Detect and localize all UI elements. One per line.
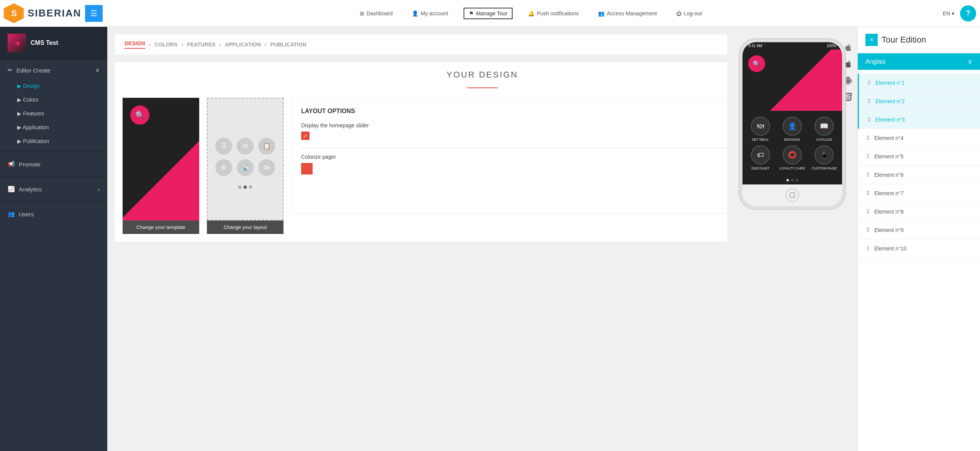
tour-element-7[interactable]: ⇕ Element n°7 [858, 184, 980, 202]
phone-app-logo: 🔍 [748, 55, 765, 72]
sidebar-divider-1 [0, 151, 107, 152]
phone-dot-1 [787, 179, 789, 181]
push-notifications-link[interactable]: 🔔 Push notifications [524, 8, 583, 18]
phone-app-custom: 📱 CUSTOM PAGE [810, 145, 838, 170]
tour-lang-chevron-icon: ∨ [968, 58, 972, 65]
tour-element-4[interactable]: ⇕ Element n°4 [858, 129, 980, 147]
change-layout-button[interactable]: Change your layout [207, 221, 284, 234]
application-arrow-icon: ▶ [17, 124, 23, 130]
slider-checkbox[interactable]: ✓ [301, 132, 310, 140]
sort-icon-10: ⇕ [865, 245, 870, 252]
nav-right: EN ▾ ? [943, 5, 976, 21]
tour-element-10[interactable]: ⇕ Element n°10 [858, 239, 980, 258]
breadcrumb-publication[interactable]: PUBLICATION [270, 41, 307, 48]
change-template-button[interactable]: Change your template [123, 221, 199, 234]
arrow-icon: ▶ [17, 83, 23, 89]
phone-time: 9:41 AM [748, 44, 762, 48]
tour-element-6[interactable]: ⇕ Element n°6 [858, 166, 980, 184]
sidebar-item-design[interactable]: ▶ Design [0, 79, 107, 93]
chevron-down-icon: ∨ [95, 67, 100, 74]
logout-icon: ⏻ [676, 10, 682, 16]
sidebar-section-analytics: 📈 Analytics › [0, 178, 107, 200]
tour-header: × Tour Edition [858, 27, 980, 53]
app-icon [8, 34, 26, 52]
tour-element-2[interactable]: ⇕ Element n°2 [858, 92, 980, 110]
phone-app-label-catalog: CATALOG [816, 138, 832, 142]
users-sidebar-icon: 👥 [8, 211, 15, 217]
html5-icon[interactable] [843, 92, 854, 102]
breadcrumb-sep-2: › [181, 41, 183, 48]
android-icon[interactable] [843, 75, 854, 86]
language-selector[interactable]: EN ▾ [943, 10, 954, 16]
pager-color-picker[interactable] [301, 163, 313, 174]
sidebar-app-header: CMS Test [0, 27, 107, 59]
template-preview: 🔍 [123, 98, 199, 221]
tour-element-9[interactable]: ⇕ Element n°9 [858, 221, 980, 239]
manage-tour-link[interactable]: ⚑ Manage Tour [464, 8, 513, 19]
breadcrumb-features[interactable]: FEATURES [187, 41, 215, 48]
sidebar-section-users: 👥 Users [0, 203, 107, 225]
phone-app-discount: 🏷 DISCOUNT [746, 145, 774, 170]
tour-element-8[interactable]: ⇕ Element n°8 [858, 202, 980, 221]
sort-icon-9: ⇕ [865, 226, 870, 234]
features-arrow-icon: ▶ [17, 110, 23, 117]
phone-preview-area: 9:41 AM 100% 🔍 🍽 SET MEAL 👤 BOOKING 📖 CA… [727, 27, 857, 451]
my-account-link[interactable]: 👤 My account [408, 8, 452, 18]
breadcrumb-application[interactable]: APPLICATION [225, 41, 261, 48]
tour-icon: ⚑ [469, 10, 474, 16]
breadcrumb-sep-4: › [265, 41, 267, 48]
layout-dots [238, 186, 252, 189]
layout-icon-3: 📋 [258, 138, 275, 155]
phone-battery: 100% [826, 44, 836, 48]
sidebar-item-editor-create[interactable]: ✏ Editor Create ∨ [0, 61, 107, 79]
phone-frame: 9:41 AM 100% 🔍 🍽 SET MEAL 👤 BOOKING 📖 CA… [742, 42, 842, 206]
layout-dot-2 [244, 186, 247, 189]
phone-app-label-set-meal: SET MEAL [752, 138, 769, 142]
sidebar: CMS Test ✏ Editor Create ∨ ▶ Design ▶ Co… [0, 27, 107, 451]
phone-app-circle-booking: 👤 [783, 117, 802, 136]
sort-icon-6: ⇕ [865, 171, 870, 178]
phone-app-catalog: 📖 CATALOG [810, 117, 838, 142]
sidebar-item-promote[interactable]: 📢 Promote [0, 155, 107, 173]
breadcrumb-sep-1: › [149, 41, 151, 48]
sidebar-item-application[interactable]: ▶ Application [0, 120, 107, 134]
layout-dot-3 [249, 186, 252, 189]
sidebar-item-colors[interactable]: ▶ Colors [0, 93, 107, 107]
bell-icon: 🔔 [528, 10, 534, 16]
logout-link[interactable]: ⏻ Log-out [672, 8, 706, 18]
sidebar-item-features[interactable]: ▶ Features [0, 107, 107, 120]
phone-nav-dots [742, 176, 842, 184]
dashboard-link[interactable]: ⊞ Dashboard [356, 8, 397, 18]
platform-icons [843, 42, 854, 102]
ios-icon[interactable] [843, 42, 854, 53]
sidebar-item-analytics[interactable]: 📈 Analytics › [0, 180, 107, 198]
sidebar-item-users[interactable]: 👥 Users [0, 205, 107, 223]
breadcrumb-design[interactable]: DESIGN [125, 40, 145, 49]
breadcrumb-sep-3: › [219, 41, 221, 48]
hamburger-button[interactable]: ☰ [85, 5, 103, 22]
help-button[interactable]: ? [960, 5, 976, 21]
ios-filled-icon[interactable] [843, 59, 854, 69]
sidebar-item-publication[interactable]: ▶ Publication [0, 134, 107, 148]
phone-app-circle-catalog: 📖 [814, 117, 834, 136]
phone-screen: 🔍 [742, 49, 842, 111]
tour-element-3[interactable]: ⇕ Element n°3 [858, 110, 980, 129]
breadcrumb-colors[interactable]: COLORS [154, 41, 177, 48]
access-management-link[interactable]: 👥 Access Management [594, 8, 661, 18]
layout-icon-2: ✉ [237, 138, 254, 155]
publication-arrow-icon: ▶ [17, 138, 23, 144]
template-logo-circle: 🔍 [130, 105, 149, 125]
sort-icon-4: ⇕ [865, 134, 870, 142]
tour-element-1[interactable]: ⇕ Element n°1 [858, 74, 980, 92]
phone-apps-grid: 🍽 SET MEAL 👤 BOOKING 📖 CATALOG 🏷 DISCOUN… [742, 111, 842, 176]
analytics-chevron-icon: › [98, 186, 100, 193]
sort-icon-1: ⇕ [867, 79, 872, 86]
tour-element-5[interactable]: ⇕ Element n°5 [858, 147, 980, 166]
tour-language-selector[interactable]: Anglais ∨ [858, 53, 980, 70]
home-square-icon [790, 193, 795, 198]
tour-elements-list: ⇕ Element n°1 ⇕ Element n°2 ⇕ Element n°… [858, 70, 980, 262]
phone-dot-3 [796, 179, 798, 181]
logo-area: S SIBERIAN ☰ [4, 3, 119, 23]
phone-home-button[interactable] [785, 188, 799, 202]
tour-close-button[interactable]: × [865, 34, 878, 46]
